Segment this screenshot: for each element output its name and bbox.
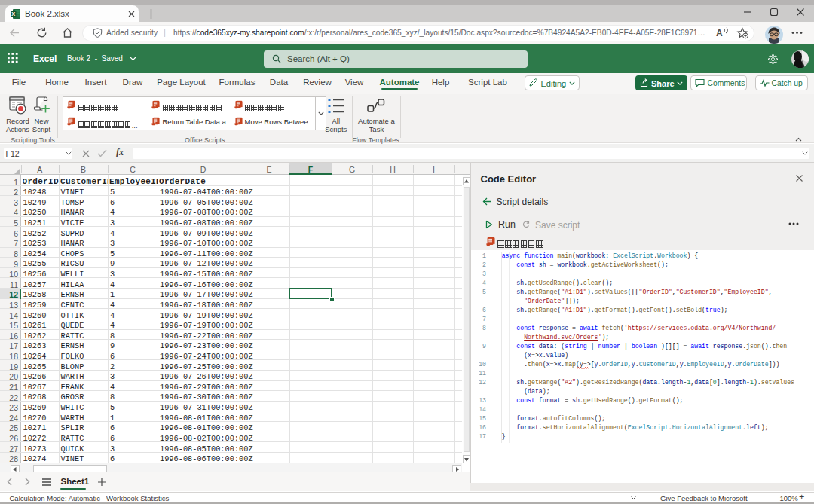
- svg-text:X: X: [11, 11, 15, 17]
